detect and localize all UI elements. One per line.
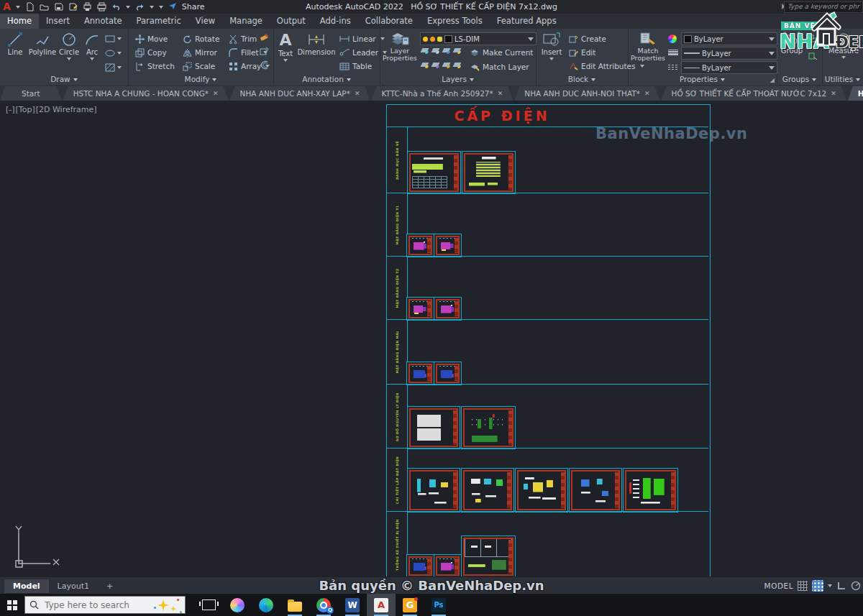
rotate-button[interactable]: Rotate (183, 33, 219, 45)
file-explorer-button[interactable] (280, 594, 309, 616)
edit-block-button[interactable]: Edit (569, 47, 595, 58)
task-view-button[interactable] (194, 594, 223, 616)
word-button[interactable]: W (338, 594, 367, 616)
sheet-thumbnail[interactable] (515, 468, 568, 512)
sheet-thumbnail[interactable] (406, 234, 434, 257)
close-icon[interactable] (498, 86, 503, 101)
layer-fade-icon[interactable] (432, 63, 440, 67)
groups-panel-label[interactable]: Groups (777, 74, 822, 85)
ribbon-tab-express-tools[interactable]: Express Tools (420, 14, 490, 29)
color-wheel-icon[interactable] (668, 35, 677, 43)
line-button[interactable]: Line (3, 31, 27, 56)
snap-mode-icon[interactable] (812, 580, 823, 592)
new-layout-button[interactable]: + (98, 579, 122, 593)
drawing-canvas[interactable]: [-] [Top] [2D Wireframe] BanVeNhaDep.vn … (0, 101, 863, 576)
new-file-icon[interactable] (25, 2, 35, 12)
ribbon-tab-manage[interactable]: Manage (222, 14, 270, 29)
save-as-icon[interactable] (68, 2, 78, 12)
offset-button[interactable] (259, 60, 269, 70)
layer-freeze-icon[interactable] (442, 48, 451, 52)
visual-style-control[interactable]: [2D Wireframe] (36, 105, 97, 114)
open-folder-icon[interactable] (40, 2, 49, 12)
lineweight-dropdown[interactable]: ByLayer (681, 47, 777, 60)
share-label[interactable]: Share (182, 2, 205, 12)
properties-expander-icon[interactable]: ◢ (770, 77, 775, 83)
polyline-button[interactable]: Polyline (27, 31, 58, 56)
ribbon-tab-add-ins[interactable]: Add-ins (313, 14, 358, 29)
redo-icon[interactable] (135, 2, 145, 12)
arc-caret-icon[interactable] (90, 58, 94, 60)
layer-dropdown[interactable]: LS-DIM (420, 32, 536, 45)
sheet-thumbnail[interactable] (461, 468, 514, 512)
properties-panel-label[interactable]: Properties (628, 74, 777, 85)
taskbar-search[interactable] (24, 596, 186, 614)
undo-caret-icon[interactable] (126, 6, 130, 9)
save-icon[interactable] (54, 2, 63, 12)
file-tab[interactable]: HSTC NHA A CHUNG - HOAN CONG* (63, 86, 229, 101)
ribbon-tab-parametric[interactable]: Parametric (129, 14, 188, 29)
redo-caret-icon[interactable] (150, 6, 154, 9)
taskbar-search-input[interactable] (43, 599, 140, 611)
snap-caret-icon[interactable] (828, 584, 832, 587)
sheet-thumbnail[interactable] (407, 406, 460, 449)
copilot-button[interactable] (223, 594, 252, 616)
sheet-thumbnail[interactable] (623, 468, 678, 512)
plot-icon[interactable] (83, 2, 92, 12)
mirror-button[interactable]: Mirror (183, 47, 217, 58)
sheet-thumbnail[interactable] (434, 554, 462, 576)
file-tab[interactable]: NHA ANH DUC ANH-NOI THAT* (514, 86, 659, 101)
utilities-panel-label[interactable]: Utilities (822, 74, 863, 85)
sheet-thumbnail[interactable] (406, 362, 434, 385)
close-icon[interactable] (355, 86, 360, 101)
explode-button[interactable] (259, 47, 269, 56)
layer-lock2-icon[interactable] (453, 63, 462, 67)
sheet-thumbnail[interactable] (461, 406, 516, 449)
layer-lock-icon[interactable] (453, 48, 462, 52)
ribbon-tab-featured-apps[interactable]: Featured Apps (490, 14, 564, 29)
ellipse-button[interactable] (105, 49, 122, 58)
create-block-button[interactable]: Create (569, 33, 606, 45)
block-panel-label[interactable]: Block (536, 74, 628, 85)
viewport-menu-control[interactable]: [-] (6, 105, 15, 114)
print-icon[interactable] (97, 2, 106, 12)
start-button[interactable] (0, 594, 24, 616)
draw-panel-label[interactable]: Draw (0, 74, 128, 85)
circle-caret-icon[interactable] (67, 58, 71, 60)
layout1-tab[interactable]: Layout1 (49, 579, 98, 593)
file-tab-start[interactable]: Start (0, 86, 62, 101)
arc-button[interactable]: Arc (82, 31, 102, 60)
chrome-button[interactable] (309, 594, 338, 616)
sheet-thumbnail[interactable] (434, 362, 462, 385)
ribbon-tab-annotate[interactable]: Annotate (77, 14, 129, 29)
modify-panel-label[interactable]: Modify (128, 74, 273, 85)
layer-thaw-all-icon[interactable] (442, 63, 451, 67)
linetype-dropdown[interactable]: ByLayer (681, 61, 777, 74)
view-control[interactable]: [Top] (16, 105, 35, 114)
share-icon[interactable] (168, 1, 177, 12)
file-tab-active[interactable]: HỒ SƠ THIẾT KẾ CẤP ĐIỆN 7x12 (848, 86, 863, 101)
layer-properties-button[interactable]: Layer Properties (383, 31, 417, 62)
grid-display-icon[interactable] (798, 581, 808, 591)
match-layer-button[interactable]: Match Layer (470, 61, 529, 73)
layers-panel-label[interactable]: Layers (380, 74, 536, 85)
file-tab[interactable]: KTTC-Nhà a Thế Anh 250927* (371, 86, 513, 101)
layer-isolate-icon[interactable] (421, 48, 429, 52)
rectangle-button[interactable] (105, 35, 122, 43)
sheet-thumbnail[interactable] (407, 468, 460, 512)
sheet-thumbnail[interactable] (434, 297, 462, 321)
gstarcad-button[interactable]: G (396, 594, 424, 616)
autocad-app-icon[interactable]: A (3, 0, 11, 14)
file-tab[interactable]: NHA ANH DUC ANH-XAY LAP* (230, 86, 370, 101)
sheet-thumbnail[interactable] (406, 554, 434, 576)
photoshop-button[interactable]: Ps (424, 594, 453, 616)
edge-button[interactable] (252, 594, 280, 616)
linear-button[interactable]: Linear (339, 33, 385, 45)
color-dropdown[interactable]: ByLayer (681, 32, 777, 45)
app-menu-caret-icon[interactable] (16, 6, 20, 9)
copy-button[interactable]: Copy (135, 47, 167, 58)
drawing-sheet[interactable]: CẤP ĐIỆN DANH MỤC BẢN VẼ MẶT BẰNG ĐIỆN T… (386, 104, 711, 576)
scale-button[interactable]: Scale (183, 60, 215, 72)
sheet-thumbnail[interactable] (407, 151, 461, 194)
file-tab[interactable]: HỒ SƠ THIẾT KẾ CẤP THOÁT NƯỚC 7x12 (662, 86, 846, 101)
undo-icon[interactable] (111, 2, 121, 12)
